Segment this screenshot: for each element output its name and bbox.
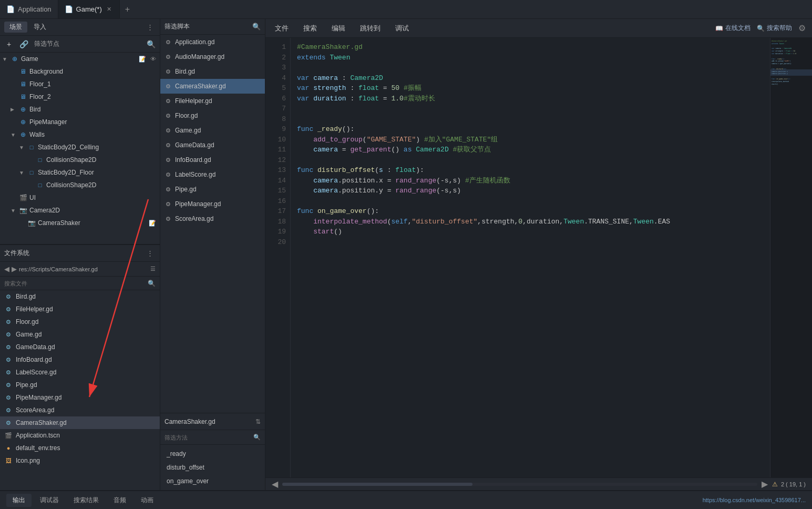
fs-item-gamedata[interactable]: ⚙ GameData.gd (0, 341, 160, 353)
tree-item-pipemanager[interactable]: ⊕ PipeManager 📝 (0, 116, 160, 128)
tree-item-walls[interactable]: ▼ ⊕ Walls 👁 (0, 128, 160, 141)
fs-item-application-tscn[interactable]: 🎬 Application.tscn (0, 429, 160, 442)
tree-icon-camera2d: 📷 (19, 206, 27, 215)
method-ready[interactable]: _ready (160, 447, 265, 461)
tree-item-floor1[interactable]: 🖥 Floor_1 📝 👁 (0, 78, 160, 90)
settings-icon[interactable]: ⚙ (798, 23, 806, 33)
method-sort-icon[interactable]: ⇅ (255, 418, 261, 425)
fs-nav-back[interactable]: ◀ (4, 265, 9, 273)
visible-icon-floor2[interactable]: 👁 (149, 93, 158, 100)
fs-item-default-env[interactable]: ● default_env.tres (0, 442, 160, 454)
bottom-tab-animation[interactable]: 动画 (135, 494, 160, 507)
script-item-pipemanager[interactable]: ⚙ PipeManager.gd (160, 197, 265, 211)
menu-edit[interactable]: 编辑 (328, 22, 348, 35)
menu-goto[interactable]: 跳转到 (357, 22, 384, 35)
fs-item-pipe[interactable]: ⚙ Pipe.gd (0, 379, 160, 391)
menu-search[interactable]: 搜索 (300, 22, 320, 35)
script-item-labelscore[interactable]: ⚙ LabelScore.gd (160, 167, 265, 182)
method-filter-input[interactable] (165, 434, 253, 441)
fs-nav-forward[interactable]: ▶ (12, 265, 17, 273)
visible-icon-walls[interactable]: 👁 (149, 131, 158, 138)
visible-icon-ui[interactable]: 👁 (149, 194, 158, 201)
method-search-icon: 🔍 (253, 434, 261, 441)
scene-menu-dots[interactable]: ⋮ (145, 23, 156, 31)
script-item-filehelper[interactable]: ⚙ FileHelper.gd (160, 94, 265, 108)
scripts-header: 筛选脚本 🔍 (160, 19, 265, 35)
tree-icon-camerashaker: 📷 (27, 219, 36, 227)
bottom-tab-output[interactable]: 输出 (6, 494, 32, 507)
tree-item-camerashaker[interactable]: 📷 CameraShaker 📝 (0, 217, 160, 229)
script-item-application[interactable]: ⚙ Application.gd (160, 35, 265, 49)
visible-icon-game[interactable]: 👁 (149, 55, 158, 63)
scene-search-button[interactable]: 🔍 (147, 40, 156, 48)
tree-item-collision1[interactable]: □ CollisionShape2D (0, 154, 160, 166)
script-item-pipe[interactable]: ⚙ Pipe.gd (160, 182, 265, 197)
horizontal-scrollbar[interactable] (282, 483, 757, 486)
fs-item-pipemanager-fs[interactable]: ⚙ PipeManager.gd (0, 391, 160, 404)
fs-item-floor[interactable]: ⚙ Floor.gd (0, 315, 160, 328)
bottom-panel: 输出 调试器 搜索结果 音频 动画 https://blog.csdn.net/… (0, 490, 812, 509)
fs-item-icon-png[interactable]: 🖼 Icon.png (0, 454, 160, 467)
script-icon-bird: 📝 (137, 106, 148, 114)
script-item-infoboard[interactable]: ⚙ InfoBoard.gd (160, 152, 265, 167)
tree-item-staticbody-ceiling[interactable]: ▼ □ StaticBody2D_Celling 👁 (0, 141, 160, 154)
fs-item-game[interactable]: ⚙ Game.gd (0, 328, 160, 341)
tab-game-close[interactable]: ✕ (105, 5, 113, 14)
fs-label-filehelper: FileHelper.gd (16, 306, 53, 313)
visible-icon-background[interactable]: 👁 (149, 68, 158, 75)
code-editor[interactable]: #CameraShaker.gd extends Tween var camer… (291, 38, 812, 477)
visible-icon-floor1[interactable]: 👁 (149, 80, 158, 88)
fs-item-filehelper[interactable]: ⚙ FileHelper.gd (0, 303, 160, 315)
tree-item-background[interactable]: 🖥 Background 👁 (0, 65, 160, 78)
tab-application[interactable]: 📄 Application (0, 0, 58, 18)
scene-tree[interactable]: ▼ ⊕ Game 📝 👁 🖥 Background 👁 (0, 53, 160, 244)
script-item-audiomanager[interactable]: ⚙ AudioManager.gd (160, 49, 265, 64)
add-node-button[interactable]: + (4, 39, 14, 49)
tab-add-button[interactable]: + (120, 5, 135, 14)
tab-game[interactable]: 📄 Game(*) ✕ (58, 0, 120, 18)
horizontal-scroll[interactable]: ◀ (272, 479, 278, 489)
method-disturb-offset[interactable]: disturb_offset (160, 461, 265, 474)
online-docs-link[interactable]: 📖 在线文档 (715, 24, 751, 33)
link-button[interactable]: 🔗 (17, 39, 31, 49)
minimap: #CameraShaker.gd extends Tween var camer… (770, 38, 812, 477)
script-item-game[interactable]: ⚙ Game.gd (160, 123, 265, 138)
bottom-tab-audio[interactable]: 音频 (107, 494, 132, 507)
visible-icon-staticbody-ceiling[interactable]: 👁 (149, 144, 158, 151)
visible-icon-staticbody-floor[interactable]: 👁 (149, 169, 158, 176)
tab-scene[interactable]: 场景 (4, 22, 27, 33)
bottom-tab-debugger[interactable]: 调试器 (34, 494, 65, 507)
script-icon-labelscore: ⚙ (165, 171, 172, 178)
scripts-menu-dots[interactable]: 🔍 (252, 23, 261, 30)
bottom-tab-search[interactable]: 搜索结果 (67, 494, 105, 507)
tab-import[interactable]: 导入 (28, 22, 52, 33)
tree-item-floor2[interactable]: 🖥 Floor_2 📝 👁 (0, 90, 160, 103)
tree-item-camera2d[interactable]: ▼ 📷 Camera2D 👁 (0, 204, 160, 217)
script-item-camerashaker[interactable]: ⚙ CameraShaker.gd (160, 79, 265, 94)
fs-path-bar: ◀ ▶ res://Scripts/CameraShaker.gd ☰ (0, 262, 160, 277)
tree-item-ui[interactable]: 🎬 UI 🎬 👁 (0, 191, 160, 204)
script-item-floor[interactable]: ⚙ Floor.gd (160, 108, 265, 123)
menu-debug[interactable]: 调试 (392, 22, 412, 35)
tree-item-collision2[interactable]: □ CollisionShape2D (0, 179, 160, 191)
script-item-bird[interactable]: ⚙ Bird.gd (160, 64, 265, 79)
tree-item-game[interactable]: ▼ ⊕ Game 📝 👁 (0, 53, 160, 65)
fs-search-input[interactable] (4, 280, 148, 287)
menu-file[interactable]: 文件 (272, 22, 292, 35)
tree-item-staticbody-floor[interactable]: ▼ □ StaticBody2D_Floor 👁 (0, 166, 160, 179)
fs-item-labelscore[interactable]: ⚙ LabelScore.gd (0, 366, 160, 379)
search-help-link[interactable]: 🔍 搜索帮助 (757, 24, 792, 33)
fs-item-infoboard[interactable]: ⚙ InfoBoard.gd (0, 353, 160, 366)
script-item-gamedata[interactable]: ⚙ GameData.gd (160, 138, 265, 152)
visible-icon-bird[interactable]: 👁 (149, 106, 158, 113)
tree-item-bird[interactable]: ▶ ⊕ Bird 📝 👁 (0, 103, 160, 116)
fs-item-camerashaker[interactable]: ⚙ CameraShaker.gd (0, 416, 160, 429)
fs-item-scorearea[interactable]: ⚙ ScoreArea.gd (0, 404, 160, 416)
tree-label-game: Game (21, 55, 137, 63)
fs-menu-dots[interactable]: ⋮ (145, 249, 156, 257)
visible-icon-camera2d[interactable]: 👁 (149, 207, 158, 214)
method-on-game-over[interactable]: on_game_over (160, 474, 265, 488)
script-item-scorearea[interactable]: ⚙ ScoreArea.gd (160, 211, 265, 226)
fs-item-bird[interactable]: ⚙ Bird.gd (0, 290, 160, 303)
horizontal-scroll-right[interactable]: ▶ (762, 479, 768, 489)
